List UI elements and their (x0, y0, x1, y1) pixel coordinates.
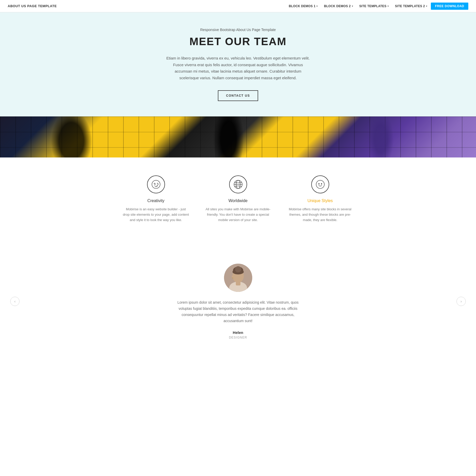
svg-point-4 (316, 180, 324, 189)
feature-worldwide: Worldwide All sites you make with Mobiri… (205, 175, 271, 223)
features-grid: Creativity Mobirise is an easy website b… (123, 175, 354, 223)
unique-styles-title: Unique Styles (307, 199, 333, 203)
nav-link-block-demos-2[interactable]: BLOCK DEMOS 2 ▾ (322, 3, 356, 9)
svg-point-5 (318, 184, 319, 184)
hero-description: Etiam in libero gravida, viverra ex eu, … (166, 55, 310, 81)
testimonial-role: DESIGNER (5, 336, 471, 339)
testimonial-section: ‹ Lorem ipsum d (0, 243, 476, 360)
hero-section: Responsive Bootstrap About Us Page Templ… (0, 12, 476, 116)
svg-point-16 (232, 277, 233, 279)
worldwide-title: Worldwide (228, 199, 247, 203)
svg-point-15 (232, 275, 234, 277)
testimonial-quote: Lorem ipsum dolor sit amet, consectetur … (177, 300, 300, 324)
unique-styles-icon (311, 175, 329, 193)
banner-image (0, 116, 476, 157)
testimonial-avatar (224, 264, 252, 292)
nav-links: BLOCK DEMOS 1 ▾ BLOCK DEMOS 2 ▾ SITE TEM… (286, 3, 469, 10)
svg-point-0 (152, 180, 160, 189)
nav-link-block-demos-1[interactable]: BLOCK DEMOS 1 ▾ (286, 3, 320, 9)
features-section: Creativity Mobirise is an easy website b… (0, 157, 476, 243)
worldwide-desc: All sites you make with Mobirise are mob… (205, 207, 271, 223)
svg-point-6 (321, 184, 322, 184)
chevron-down-icon: ▾ (316, 5, 318, 7)
feature-unique-styles: Unique Styles Mobirise offers many site … (287, 175, 354, 223)
chevron-left-icon: ‹ (14, 299, 16, 303)
chevron-right-icon: › (461, 299, 462, 303)
free-download-button[interactable]: FREE DOWNLOAD (431, 3, 468, 10)
chevron-down-icon: ▾ (352, 5, 353, 7)
hero-title: MEET OUR TEAM (5, 35, 471, 48)
worldwide-icon (229, 175, 247, 193)
banner-visual (0, 116, 476, 157)
creativity-icon (147, 175, 165, 193)
svg-point-14 (235, 266, 241, 272)
testimonial-prev-button[interactable]: ‹ (10, 297, 20, 306)
nav-link-site-templates[interactable]: SITE TEMPLATES ▾ (357, 3, 391, 9)
nav-link-site-templates-2[interactable]: SITE TEMPLATES 2 ▾ (392, 3, 430, 9)
creativity-title: Creativity (147, 199, 164, 203)
creativity-desc: Mobirise is an easy website builder - ju… (123, 207, 189, 223)
chevron-down-icon: ▾ (426, 5, 427, 7)
feature-creativity: Creativity Mobirise is an easy website b… (123, 175, 189, 223)
hero-subtitle: Responsive Bootstrap About Us Page Templ… (5, 28, 471, 32)
chevron-down-icon: ▾ (387, 5, 389, 7)
unique-styles-desc: Mobirise offers many site blocks in seve… (287, 207, 354, 223)
nav-brand: ABOUT US PAGE TEMPLATE (8, 4, 57, 8)
avatar-svg (224, 264, 252, 292)
navbar: ABOUT US PAGE TEMPLATE BLOCK DEMOS 1 ▾ B… (0, 0, 476, 12)
banner-silhouette-overlay (0, 116, 476, 157)
contact-us-button[interactable]: CONTACT US (218, 90, 258, 101)
testimonial-next-button[interactable]: › (456, 297, 466, 306)
testimonial-name: Helen (5, 330, 471, 335)
